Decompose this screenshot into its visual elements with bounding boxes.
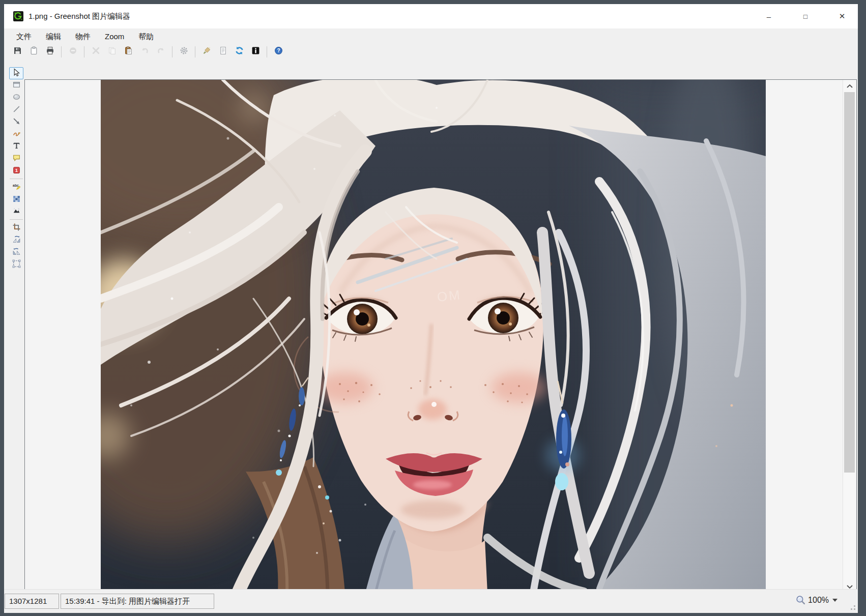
tool-palette: 1 abc: [8, 67, 25, 271]
notes-button[interactable]: [217, 46, 229, 58]
tool-resize[interactable]: [9, 258, 23, 271]
zoom-level: 100%: [808, 596, 829, 605]
image-dimensions: 1307x1281: [5, 594, 59, 609]
tool-ellipse[interactable]: [9, 92, 23, 104]
copy-button[interactable]: [106, 46, 118, 58]
info-button[interactable]: [249, 46, 262, 58]
greenshot-editor-window: 1.png - Greenshot 图片编辑器 – □ ✕ 文件 编辑 物件 Z…: [4, 4, 858, 613]
titlebar: 1.png - Greenshot 图片编辑器 – □ ✕: [4, 4, 858, 28]
undo-button[interactable]: [138, 46, 151, 58]
copy-to-clipboard-button[interactable]: [27, 46, 40, 58]
vertical-scrollbar[interactable]: [843, 80, 856, 593]
arrow-icon: [12, 117, 21, 128]
tool-freehand[interactable]: [9, 128, 23, 140]
tool-highlight[interactable]: abc: [9, 181, 23, 193]
cursor-icon: [12, 68, 21, 79]
effects-icon: [12, 207, 21, 217]
greenshot-logo-icon: [13, 11, 23, 21]
close-button[interactable]: ✕: [830, 4, 854, 28]
statusbar: 1307x1281 15:39:41 - 导出到: 用图片编辑器打开 100%: [4, 589, 858, 613]
brush-icon: [203, 46, 211, 57]
toolbar: ?: [4, 44, 858, 59]
info-icon: [251, 46, 260, 57]
minus-circle-icon: [69, 46, 77, 57]
tool-selection[interactable]: [9, 67, 23, 79]
zoom-control[interactable]: 100%: [795, 595, 838, 605]
settings-button[interactable]: [178, 46, 190, 58]
tool-counter[interactable]: 1: [9, 165, 23, 177]
highlight-icon: abc: [12, 182, 21, 193]
cut-button[interactable]: [90, 46, 102, 58]
paste-button[interactable]: [122, 46, 134, 58]
redo-icon: [157, 46, 165, 57]
refresh-icon: [235, 46, 244, 57]
refresh-button[interactable]: [233, 46, 245, 58]
main-area: 1 abc: [4, 59, 858, 589]
tool-crop[interactable]: [9, 222, 23, 234]
menu-zoom[interactable]: Zoom: [98, 28, 131, 44]
svg-text:abc: abc: [13, 183, 19, 187]
tool-rotate-ccw[interactable]: [9, 246, 23, 258]
toolbar-separator: [84, 46, 84, 57]
counter-icon: 1: [12, 166, 21, 177]
tool-rectangle[interactable]: [9, 79, 23, 92]
menu-file[interactable]: 文件: [9, 28, 39, 44]
paste-icon: [124, 46, 133, 57]
redo-button[interactable]: [155, 46, 167, 58]
tool-effects[interactable]: [9, 206, 23, 218]
zoom-dropdown-caret-icon: [832, 599, 838, 602]
tool-speech-bubble[interactable]: [9, 153, 23, 165]
scrollbar-thumb[interactable]: [844, 92, 855, 473]
canvas-image[interactable]: OM: [101, 80, 766, 593]
toolbar-separator: [172, 46, 172, 57]
tool-rotate-cw[interactable]: [9, 234, 23, 246]
menu-edit[interactable]: 编辑: [39, 28, 68, 44]
resize-grip[interactable]: [848, 603, 855, 610]
save-icon: [13, 46, 22, 57]
text-icon: [12, 141, 21, 152]
minimize-button[interactable]: –: [757, 4, 781, 28]
line-icon: [12, 105, 21, 115]
magnifier-icon: [795, 595, 806, 605]
help-button[interactable]: ?: [272, 46, 284, 58]
portrait-artwork: OM: [101, 80, 766, 593]
svg-text:?: ?: [277, 48, 280, 53]
chevron-down-icon: [847, 585, 853, 589]
toolbar-separator: [267, 46, 267, 57]
tool-line[interactable]: [9, 104, 23, 116]
tool-obfuscate[interactable]: [9, 193, 23, 206]
print-icon: [46, 46, 54, 57]
effects-brush-button[interactable]: [200, 46, 213, 58]
toolbar-separator: [195, 46, 195, 57]
tool-arrow[interactable]: [9, 116, 23, 128]
menu-object[interactable]: 物件: [68, 28, 98, 44]
scroll-up-button[interactable]: [843, 80, 856, 92]
undo-icon: [140, 46, 149, 57]
rotate-ccw-icon: [12, 247, 21, 258]
clipboard-icon: [30, 46, 38, 57]
rectangle-icon: [12, 80, 21, 91]
status-message: 15:39:41 - 导出到: 用图片编辑器打开: [61, 594, 214, 609]
freehand-icon: [12, 129, 21, 140]
gear-icon: [180, 46, 188, 57]
watermark-text: OM: [436, 287, 462, 305]
chevron-up-icon: [847, 84, 853, 88]
canvas-panel: OM: [24, 79, 857, 593]
crop-icon: [12, 223, 21, 233]
print-button[interactable]: [44, 46, 56, 58]
copy-icon: [108, 46, 117, 57]
window-title: 1.png - Greenshot 图片编辑器: [28, 12, 130, 21]
resize-icon: [12, 259, 21, 270]
tool-text[interactable]: [9, 140, 23, 153]
help-icon: ?: [274, 46, 283, 57]
save-button[interactable]: [11, 46, 23, 58]
maximize-button[interactable]: □: [794, 4, 817, 28]
speech-bubble-icon: [12, 154, 21, 164]
rotate-cw-icon: [12, 235, 21, 246]
document-icon: [219, 46, 227, 57]
palette-separator: [10, 219, 23, 220]
menubar: 文件 编辑 物件 Zoom 帮助: [4, 28, 858, 44]
svg-text:1: 1: [15, 167, 18, 173]
menu-help[interactable]: 帮助: [131, 28, 161, 44]
delete-button[interactable]: [67, 46, 79, 58]
